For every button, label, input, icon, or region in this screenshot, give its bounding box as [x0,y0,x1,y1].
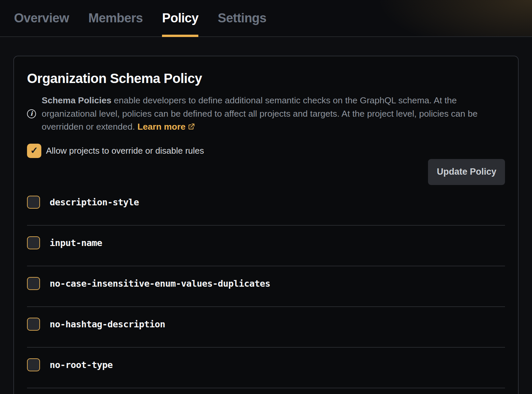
tab-label: Policy [162,11,198,25]
rule-row: ✓ input-name [27,226,505,266]
rule-name: input-name [50,238,102,248]
tab-label: Members [88,11,143,25]
tab-label: Settings [218,11,266,25]
allow-override-row: ✓ Allow projects to override or disable … [27,144,505,158]
rule-name: description-style [50,197,139,207]
rule-checkbox[interactable]: ✓ [27,236,40,249]
schema-policy-card: Organization Schema Policy i Schema Poli… [13,56,519,394]
policy-description: i Schema Policies enable developers to d… [27,94,505,134]
rule-name: no-case-insensitive-enum-values-duplicat… [50,278,270,289]
policy-description-text: Schema Policies enable developers to def… [42,94,505,134]
tab[interactable]: Members [88,0,143,36]
rules-list: ✓ description-style ✓ input-name ✓ no-ca… [27,185,505,388]
rule-checkbox[interactable]: ✓ [27,196,40,209]
rule-row: ✓ no-root-type [27,348,505,388]
rule-checkbox[interactable]: ✓ [27,318,40,331]
learn-more-link[interactable]: Learn more [137,122,195,132]
description-lead: Schema Policies [42,95,111,105]
rule-checkbox[interactable]: ✓ [27,358,40,371]
update-policy-button[interactable]: Update Policy [428,159,505,185]
tab[interactable]: Settings [218,0,266,36]
actions-row: Update Policy [27,159,505,185]
learn-more-label: Learn more [137,122,185,132]
rule-row: ✓ no-case-insensitive-enum-values-duplic… [27,266,505,307]
tab-label: Overview [14,11,69,25]
rule-name: no-hashtag-description [50,319,165,329]
check-icon: ✓ [30,146,38,155]
rule-row: ✓ no-hashtag-description [27,307,505,348]
rule-row: ✓ description-style [27,185,505,226]
policy-page: Organization Schema Policy i Schema Poli… [0,37,532,394]
org-tab-bar: Overview Members Policy Settings [0,0,532,37]
info-icon: i [27,109,36,118]
page-title: Organization Schema Policy [27,71,505,86]
rule-checkbox[interactable]: ✓ [27,277,40,290]
allow-override-checkbox[interactable]: ✓ [27,144,41,158]
external-link-icon [188,123,195,130]
allow-override-label[interactable]: Allow projects to override or disable ru… [46,146,204,156]
tab[interactable]: Overview [14,0,69,36]
tab[interactable]: Policy [162,0,198,36]
rule-name: no-root-type [50,360,113,370]
